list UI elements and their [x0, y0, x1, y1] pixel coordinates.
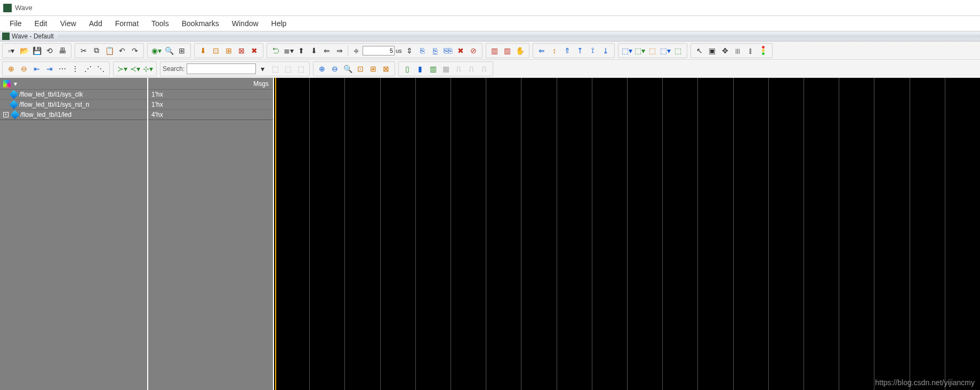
undo-button[interactable]: ↶	[116, 45, 128, 57]
menu-window[interactable]: Window	[227, 17, 264, 30]
menu-add[interactable]: Add	[84, 17, 108, 30]
continue-run-button[interactable]: ⎘⎘	[442, 45, 454, 57]
tb-group-compile: ◉▾ 🔍 ⊞	[147, 43, 191, 58]
menu-tools[interactable]: Tools	[146, 17, 174, 30]
df-button-5[interactable]: ⬚	[672, 45, 684, 57]
signal-row[interactable]: +/flow_led_tb/i1/led	[0, 110, 147, 120]
run-options-button[interactable]: ⎆	[350, 45, 362, 57]
signal-dots-1[interactable]: ⋯	[57, 63, 68, 75]
df-button-3[interactable]: ⬚	[647, 45, 658, 57]
stop-button[interactable]: ⊘	[468, 45, 479, 57]
wave-disp-5[interactable]: ⎍	[453, 63, 464, 75]
copy-button[interactable]: ⧉	[91, 45, 102, 57]
wave-disp-3[interactable]: ▥	[427, 63, 439, 75]
menu-edit[interactable]: Edit	[29, 17, 53, 30]
zoom-cursor-button[interactable]: ⊡	[355, 63, 366, 75]
wave-disp-7[interactable]: ⎍	[478, 63, 490, 75]
expand-button-2[interactable]: ≺▾	[129, 63, 141, 75]
tb-group-layout: ↖ ▣ ✥ ⫼ ⫿	[690, 43, 773, 58]
cut-button[interactable]: ✂	[78, 45, 90, 57]
run-time-input[interactable]	[363, 46, 395, 55]
signal-dots-4[interactable]: ⋱	[95, 63, 107, 75]
cursor-right-button[interactable]: ⇑	[561, 45, 573, 57]
structure-button[interactable]: ⊞	[176, 45, 188, 57]
cursor-sync-button[interactable]: ↕	[549, 45, 560, 57]
menu-bookmarks[interactable]: Bookmarks	[176, 17, 224, 30]
zoom-other-button[interactable]: ⊠	[380, 63, 392, 75]
layout-button-1[interactable]: ▣	[706, 45, 718, 57]
lib-button-4[interactable]: ⊠	[236, 45, 247, 57]
new-button[interactable]: ▫▾	[5, 45, 17, 57]
signal-row[interactable]: /flow_led_tb/i1/sys_rst_n	[0, 100, 147, 110]
step-up-button[interactable]: ⬆	[295, 45, 307, 57]
column-menu-icon[interactable]	[3, 80, 11, 87]
paste-button[interactable]: 📋	[103, 45, 115, 57]
search-dropdown-button[interactable]: ▾	[256, 63, 268, 75]
mem-button-2[interactable]: ▥	[502, 45, 513, 57]
search-input[interactable]	[187, 63, 256, 74]
run-time-spinner[interactable]: ⇕	[404, 45, 415, 57]
mem-button-1[interactable]: ▥	[489, 45, 501, 57]
search-prev-button[interactable]: ⬚	[269, 63, 281, 75]
zoom-in-button[interactable]: ⊕	[316, 63, 328, 75]
wave-disp-6[interactable]: ⎍	[465, 63, 477, 75]
signal-add-button[interactable]: ⊕	[5, 63, 17, 75]
df-button-4[interactable]: ⬚▾	[660, 45, 671, 57]
run-list-button[interactable]: ≣▾	[283, 45, 294, 57]
lib-button-1[interactable]: ⬇	[197, 45, 209, 57]
lib-button-5[interactable]: ✖	[248, 45, 260, 57]
find-button[interactable]: 🔍	[163, 45, 175, 57]
df-button-2[interactable]: ⬚▾	[634, 45, 646, 57]
compile-button[interactable]: ◉▾	[150, 45, 162, 57]
step-down-button[interactable]: ⬇	[308, 45, 320, 57]
signal-row[interactable]: /flow_led_tb/i1/sys_clk	[0, 90, 147, 100]
wave-disp-4[interactable]: ▦	[440, 63, 452, 75]
print-button[interactable]: 🖶	[57, 45, 68, 57]
cursor-line[interactable]	[275, 78, 276, 390]
menu-help[interactable]: Help	[266, 17, 292, 30]
step-fwd-button[interactable]: ⇒	[334, 45, 346, 57]
cursor-prev-edge-button[interactable]: ⤒	[574, 45, 586, 57]
redo-button[interactable]: ↷	[129, 45, 141, 57]
df-button-1[interactable]: ⬚▾	[621, 45, 633, 57]
layout-button-4[interactable]: ⫿	[745, 45, 757, 57]
expand-button-3[interactable]: ⊹▾	[142, 63, 154, 75]
menu-format[interactable]: Format	[110, 17, 144, 30]
search-all-button[interactable]: ⬚	[295, 63, 307, 75]
wave-disp-2[interactable]: ▮	[414, 63, 426, 75]
expand-icon[interactable]: +	[3, 112, 9, 117]
menu-file[interactable]: File	[4, 17, 27, 30]
signal-remove-button[interactable]: ⊖	[18, 63, 30, 75]
cursor-center-button[interactable]: ⟟	[587, 45, 599, 57]
reload-button[interactable]: ⟲	[44, 45, 55, 57]
zoom-range-button[interactable]: ⊞	[367, 63, 379, 75]
tb-group-memory: ▥ ▥ ✋	[486, 43, 529, 58]
lib-button-2[interactable]: ⊡	[210, 45, 222, 57]
zoom-out-button[interactable]: ⊖	[329, 63, 341, 75]
menu-view[interactable]: View	[55, 17, 82, 30]
run-all-button[interactable]: ⎘̲	[429, 45, 441, 57]
layout-button-3[interactable]: ⫼	[732, 45, 744, 57]
restart-button[interactable]: ⮌	[270, 45, 282, 57]
expand-button-1[interactable]: ≻▾	[116, 63, 128, 75]
signal-right-button[interactable]: ⇥	[44, 63, 55, 75]
cursor-next-edge-button[interactable]: ⤓	[600, 45, 612, 57]
layout-button-2[interactable]: ✥	[719, 45, 731, 57]
run-button[interactable]: ⎘	[416, 45, 428, 57]
search-next-button[interactable]: ⬚	[282, 63, 294, 75]
pointer-button[interactable]: ↖	[694, 45, 705, 57]
signal-dots-2[interactable]: ⋮	[69, 63, 81, 75]
lib-button-3[interactable]: ⊞	[223, 45, 235, 57]
cursor-left-button[interactable]: ⇐	[536, 45, 548, 57]
save-button[interactable]: 💾	[31, 45, 43, 57]
hand-tool-button[interactable]: ✋	[515, 45, 526, 57]
open-button[interactable]: 📂	[18, 45, 30, 57]
signal-left-button[interactable]: ⇤	[31, 63, 43, 75]
step-back-button[interactable]: ⇐	[321, 45, 333, 57]
wave-disp-1[interactable]: ▯	[401, 63, 413, 75]
break-button[interactable]: ✖	[455, 45, 467, 57]
waveform-canvas[interactable]	[274, 78, 980, 390]
signal-dots-3[interactable]: ⋰	[82, 63, 94, 75]
traffic-light-icon[interactable]	[758, 45, 769, 57]
zoom-full-button[interactable]: 🔍	[342, 63, 354, 75]
